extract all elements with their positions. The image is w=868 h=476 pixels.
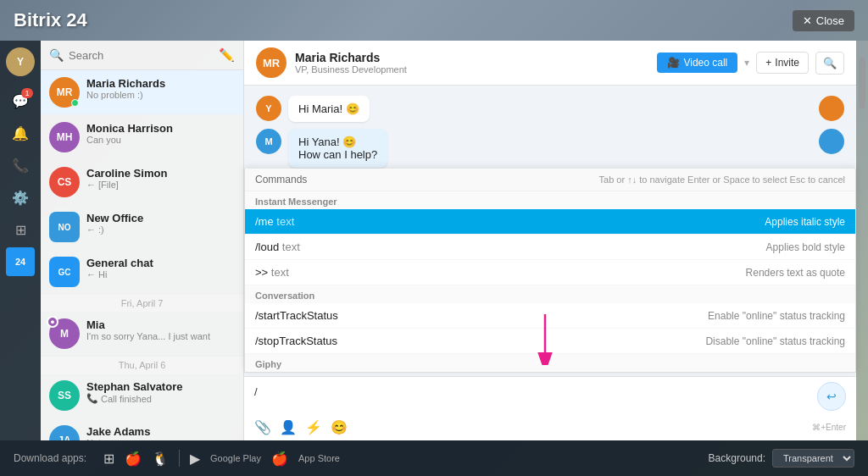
grid-icon: ⊞ <box>15 222 26 238</box>
divider <box>179 450 180 467</box>
sidebar-icon-chat[interactable]: 💬 1 <box>6 86 35 115</box>
chat-preview: ← Hi <box>86 269 235 280</box>
google-play-icon[interactable]: ▶ <box>190 451 200 467</box>
video-label: Video call <box>683 57 727 69</box>
message-row: Y Hi Maria! 😊 <box>256 96 844 122</box>
command-name: /me text <box>255 215 294 228</box>
chat-preview: 📞 Call finished <box>86 393 235 404</box>
close-x-icon: ✕ <box>803 14 812 27</box>
chat-item-stephan-salvatore[interactable]: SS Stephan Salvatore 📞 Call finished <box>41 374 243 418</box>
date-separator-fri: Fri, April 7 <box>41 295 243 312</box>
attach-icon[interactable]: 📎 <box>254 419 271 435</box>
chat-search-button[interactable]: 🔍 <box>815 52 844 75</box>
commands-title: Commands <box>255 174 307 185</box>
chat-name: Stephan Salvatore <box>86 380 235 393</box>
header-contact-name: Maria Richards <box>295 51 648 64</box>
command-name: /loud text <box>255 241 300 253</box>
chat-item-jake-adams[interactable]: JA Jake Adams Not now <box>41 418 243 440</box>
windows-icon[interactable]: ⊞ <box>103 451 114 467</box>
sidebar-icon-settings[interactable]: ⚙️ <box>6 183 35 212</box>
chat-name: Maria Richards <box>86 77 235 90</box>
chat-list-panel: 🔍 ✏️ MR Maria Richards No problem :) MH … <box>41 41 244 440</box>
msg-avatar: Y <box>256 96 281 121</box>
search-icon: 🔍 <box>823 57 837 69</box>
mention-icon[interactable]: 👤 <box>280 419 297 435</box>
chat-name: Jake Adams <box>86 425 235 438</box>
invite-label: Invite <box>775 57 799 69</box>
input-area: / ↩ 📎 👤 ⚡ 😊 ⌘+Enter <box>244 376 856 440</box>
msg-line1: Hi Yana! 😊 <box>298 136 377 148</box>
msg-right-avatar <box>819 96 844 121</box>
right-scrollbar <box>856 41 868 440</box>
compose-icon[interactable]: ✏️ <box>219 47 235 63</box>
sidebar-icon-bell[interactable]: 🔔 <box>6 119 35 147</box>
bell-icon: 🔔 <box>12 125 29 141</box>
bitrix-icon[interactable]: 24 <box>6 247 35 276</box>
send-shortcut: ⌘+Enter <box>812 423 846 432</box>
invite-button[interactable]: + Invite <box>756 52 809 74</box>
avatar-mia: M ● <box>49 318 80 349</box>
chat-preview: ← :) <box>86 224 235 235</box>
commands-icon[interactable]: ⚡ <box>305 419 322 435</box>
chat-item-mia[interactable]: M ● Mia I'm so sorry Yana... I just want <box>41 312 243 357</box>
command-row-quote[interactable]: >> text Renders text as quote <box>245 260 855 285</box>
chat-preview: Can you <box>86 135 235 145</box>
command-name: /startTrackStatus <box>255 309 338 322</box>
sidebar-icon-grid[interactable]: ⊞ <box>6 215 35 244</box>
command-desc: Applies bold style <box>766 241 845 253</box>
background-dropdown[interactable]: Transparent <box>772 449 854 468</box>
user-avatar[interactable]: Y <box>6 47 35 76</box>
app-store-label: App Store <box>298 453 340 463</box>
close-button[interactable]: ✕ Close <box>793 10 854 31</box>
video-dropdown-arrow[interactable]: ▾ <box>744 57 749 69</box>
background-label: Background: <box>709 452 765 464</box>
apple-icon[interactable]: 🍎 <box>125 451 142 467</box>
chat-preview: I'm so sorry Yana... I just want <box>86 331 235 341</box>
chat-header: MR Maria Richards VP, Business Developme… <box>244 41 856 86</box>
send-button[interactable]: ↩ <box>817 382 846 411</box>
command-name: /stopTrackStatus <box>255 335 337 347</box>
message-input[interactable]: / <box>254 382 817 401</box>
download-label: Download apps: <box>14 452 86 464</box>
video-call-button[interactable]: 🎥 Video call <box>657 53 737 73</box>
chat-name: Monica Harrison <box>86 122 235 135</box>
avatar-jake-adams: JA <box>49 425 80 440</box>
command-row-loud[interactable]: /loud text Applies bold style <box>245 235 855 260</box>
bottom-bar: Download apps: ⊞ 🍎 🐧 ▶ Google Play 🍎 App… <box>0 440 868 476</box>
msg-avatar: M <box>256 129 281 154</box>
commands-hint: Tab or ↑↓ to navigate Enter or Space to … <box>599 174 845 185</box>
commands-header: Commands Tab or ↑↓ to navigate Enter or … <box>245 169 855 191</box>
chat-name: General chat <box>86 257 235 269</box>
scroll-thumb[interactable] <box>859 58 865 108</box>
chat-item-new-office[interactable]: NO New Office ← :) <box>41 205 243 250</box>
plus-icon: + <box>765 57 771 69</box>
command-desc: Enable "online" status tracking <box>708 310 845 322</box>
chat-item-general-chat[interactable]: GC General chat ← Hi <box>41 250 243 295</box>
search-input[interactable] <box>69 49 214 62</box>
sidebar-icon-phone[interactable]: 📞 <box>6 151 35 180</box>
search-bar: 🔍 ✏️ <box>41 41 243 70</box>
close-label: Close <box>816 14 844 27</box>
app-store-icon[interactable]: 🍎 <box>271 451 288 467</box>
header-avatar: MR <box>256 47 287 78</box>
chat-name: Caroline Simon <box>86 167 235 180</box>
linux-icon[interactable]: 🐧 <box>152 451 169 467</box>
app-title: Bitrix 24 <box>14 9 87 31</box>
chat-badge: 1 <box>21 88 33 98</box>
message-bubble-highlight: Hi Yana! 😊 How can I help? <box>288 129 387 168</box>
chat-preview: ← [File] <box>86 180 235 190</box>
date-separator-thu: Thu, April 6 <box>41 357 243 374</box>
online-indicator <box>71 99 79 107</box>
emoji-icon[interactable]: 😊 <box>331 419 348 435</box>
command-desc: Renders text as quote <box>746 267 845 279</box>
chat-item-maria-richards[interactable]: MR Maria Richards No problem :) <box>41 70 243 115</box>
chat-preview: No problem :) <box>86 90 235 100</box>
chat-item-monica-harrison[interactable]: MH Monica Harrison Can you <box>41 115 243 160</box>
chat-item-caroline-simon[interactable]: CS Caroline Simon ← [File] <box>41 160 243 205</box>
message-bubble: Hi Maria! 😊 <box>288 96 370 122</box>
command-row-me[interactable]: /me text Applies italic style <box>245 209 855 235</box>
arrow-pointer <box>528 314 562 368</box>
avatar-new-office: NO <box>49 212 80 242</box>
section-conversation: Conversation <box>245 285 855 303</box>
msg-line2: How can I help? <box>298 148 377 161</box>
